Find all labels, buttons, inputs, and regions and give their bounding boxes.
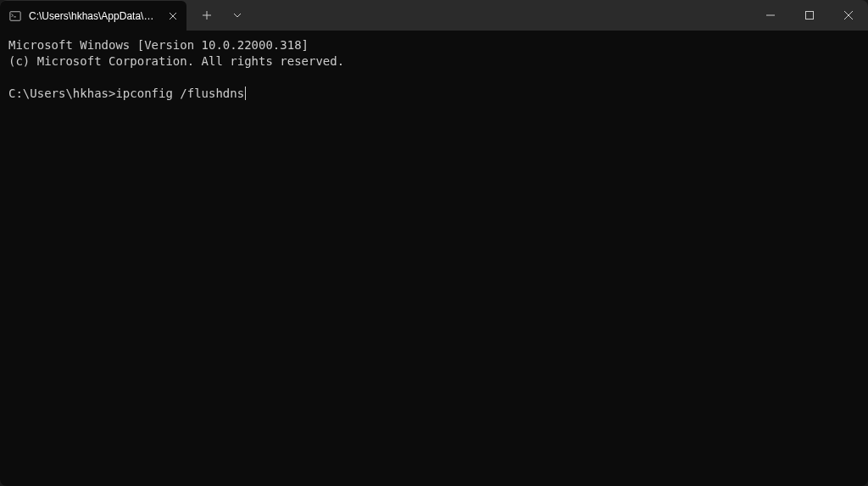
svg-rect-7	[806, 12, 814, 20]
tab-dropdown-button[interactable]	[224, 2, 251, 29]
titlebar: C:\Users\hkhas\AppData\Roami	[0, 0, 868, 31]
copyright-line: (c) Microsoft Corporation. All rights re…	[8, 53, 860, 70]
new-tab-button[interactable]	[193, 2, 220, 29]
terminal-tab[interactable]: C:\Users\hkhas\AppData\Roami	[0, 1, 186, 31]
titlebar-left: C:\Users\hkhas\AppData\Roami	[0, 0, 251, 31]
window-controls	[751, 0, 868, 31]
version-line: Microsoft Windows [Version 10.0.22000.31…	[8, 37, 860, 53]
prompt-text: C:\Users\hkhas>	[8, 86, 115, 102]
close-button[interactable]	[829, 0, 868, 31]
tab-title: C:\Users\hkhas\AppData\Roami	[29, 10, 159, 22]
cmd-icon	[8, 9, 22, 23]
minimize-button[interactable]	[751, 0, 790, 31]
prompt-line: C:\Users\hkhas>ipconfig /flushdns	[8, 86, 860, 102]
svg-rect-0	[10, 12, 20, 21]
tab-controls	[186, 2, 251, 29]
command-input[interactable]: ipconfig /flushdns	[115, 86, 244, 102]
terminal-area[interactable]: Microsoft Windows [Version 10.0.22000.31…	[0, 31, 868, 486]
blank-line	[8, 70, 860, 86]
tab-close-button[interactable]	[166, 9, 180, 23]
text-cursor	[245, 87, 246, 100]
maximize-button[interactable]	[790, 0, 829, 31]
